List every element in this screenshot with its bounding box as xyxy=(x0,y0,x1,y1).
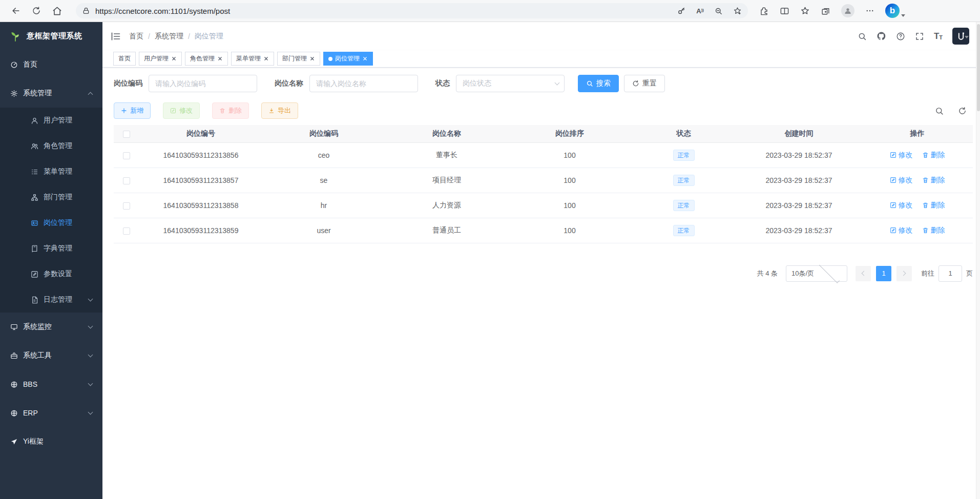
globe-icon xyxy=(10,381,18,388)
sidebar-item-dict-mgmt[interactable]: 字典管理 xyxy=(0,236,102,261)
address-bar[interactable]: https://ccnetcore.com:1101/system/post A… xyxy=(76,3,748,18)
tab-user-mgmt[interactable]: 用户管理 xyxy=(139,52,182,66)
post-table: 岗位编号 岗位编码 岗位名称 岗位排序 状态 创建时间 操作 164103059… xyxy=(114,125,973,243)
toggle-search-icon[interactable] xyxy=(935,107,944,115)
settings-ellipsis-icon[interactable] xyxy=(865,6,874,15)
row-delete-link[interactable]: 删除 xyxy=(922,201,945,210)
row-delete-link[interactable]: 删除 xyxy=(922,226,945,235)
refresh-table-icon[interactable] xyxy=(958,107,967,115)
sidebar-item-user-mgmt[interactable]: 用户管理 xyxy=(0,108,102,133)
sidebar-item-system-monitor[interactable]: 系统监控 xyxy=(0,313,102,341)
table-row[interactable]: 1641030593112313858 hr 人力资源 100 正常 2023-… xyxy=(114,193,973,218)
page-scrollbar[interactable] xyxy=(976,22,980,499)
next-page-button[interactable] xyxy=(896,266,912,281)
read-aloud-icon[interactable]: A)) xyxy=(696,7,704,15)
url-text[interactable]: https://ccnetcore.com:1101/system/post xyxy=(95,7,677,15)
sidebar-item-log-mgmt[interactable]: 日志管理 xyxy=(0,287,102,313)
sidebar-item-bbs[interactable]: BBS xyxy=(0,370,102,399)
copilot-bing-icon[interactable]: b xyxy=(885,4,900,18)
post-name-cell: 人力资源 xyxy=(385,193,508,218)
select-all-checkbox[interactable] xyxy=(123,131,130,138)
add-favorite-icon[interactable] xyxy=(733,7,742,15)
col-status: 状态 xyxy=(631,125,736,142)
sidebar-item-label: 用户管理 xyxy=(44,116,72,125)
zoom-out-icon[interactable] xyxy=(714,7,723,15)
page-size-select[interactable]: 10条/页 xyxy=(786,265,847,282)
row-delete-link[interactable]: 删除 xyxy=(922,176,945,185)
status-label: 状态 xyxy=(435,79,450,88)
row-edit-link[interactable]: 修改 xyxy=(890,151,913,160)
row-checkbox[interactable] xyxy=(123,177,130,184)
edit-icon xyxy=(890,152,896,158)
tab-role-mgmt[interactable]: 角色管理 xyxy=(185,52,228,66)
sidebar-item-system-tools[interactable]: 系统工具 xyxy=(0,341,102,370)
breadcrumb-system-mgmt[interactable]: 系统管理 xyxy=(155,32,183,41)
globe-icon xyxy=(10,409,18,417)
browser-back-button[interactable] xyxy=(7,2,25,19)
app-logo[interactable]: 意框架管理系统 xyxy=(0,22,102,50)
status-select[interactable]: 岗位状态 xyxy=(456,75,565,92)
post-code-input[interactable] xyxy=(149,75,257,92)
row-checkbox[interactable] xyxy=(123,152,130,159)
sidebar-item-menu-mgmt[interactable]: 菜单管理 xyxy=(0,159,102,184)
close-icon[interactable] xyxy=(362,56,368,61)
close-icon[interactable] xyxy=(309,56,315,61)
close-icon[interactable] xyxy=(171,56,177,61)
sidebar-item-dept-mgmt[interactable]: 部门管理 xyxy=(0,184,102,210)
post-code-cell: se xyxy=(262,168,385,193)
github-icon[interactable] xyxy=(877,31,886,41)
table-row[interactable]: 1641030593112313857 se 项目经理 100 正常 2023-… xyxy=(114,168,973,193)
post-sort-cell: 100 xyxy=(508,193,631,218)
browser-home-button[interactable] xyxy=(48,2,66,19)
sidebar-item-erp[interactable]: ERP xyxy=(0,399,102,427)
sidebar-item-system-mgmt[interactable]: 系统管理 xyxy=(0,79,102,108)
password-key-icon[interactable] xyxy=(677,7,686,15)
close-icon[interactable] xyxy=(263,56,269,61)
row-edit-link[interactable]: 修改 xyxy=(890,201,913,210)
export-button[interactable]: 导出 xyxy=(261,102,298,119)
split-screen-icon[interactable] xyxy=(780,6,789,16)
add-button[interactable]: 新增 xyxy=(114,102,151,119)
header-search-icon[interactable] xyxy=(858,32,867,41)
sidebar-item-yi-framework[interactable]: Yi框架 xyxy=(0,427,102,456)
sidebar-item-param-settings[interactable]: 参数设置 xyxy=(0,261,102,287)
tab-home[interactable]: 首页 xyxy=(113,52,136,66)
table-row[interactable]: 1641030593112313859 user 普通员工 100 正常 202… xyxy=(114,218,973,243)
tab-post-mgmt-active[interactable]: 岗位管理 xyxy=(323,52,373,66)
row-checkbox[interactable] xyxy=(123,227,130,235)
fullscreen-icon[interactable] xyxy=(915,32,924,41)
font-size-icon[interactable]: TT xyxy=(934,32,943,40)
prev-page-button[interactable] xyxy=(856,266,871,281)
collections-icon[interactable] xyxy=(821,6,830,16)
goto-page-input[interactable] xyxy=(939,265,962,282)
tab-dept-mgmt[interactable]: 部门管理 xyxy=(277,52,320,66)
browser-refresh-button[interactable] xyxy=(28,2,45,19)
avatar-caret-icon[interactable] xyxy=(965,36,969,38)
close-icon[interactable] xyxy=(217,56,223,61)
help-icon[interactable] xyxy=(896,32,905,41)
scrollbar-thumb[interactable] xyxy=(977,24,980,111)
sidebar-item-role-mgmt[interactable]: 角色管理 xyxy=(0,133,102,159)
sidebar-item-post-mgmt[interactable]: 岗位管理 xyxy=(0,210,102,236)
row-edit-link[interactable]: 修改 xyxy=(890,226,913,235)
edit-icon xyxy=(890,227,896,234)
delete-button-disabled[interactable]: 删除 xyxy=(212,102,249,119)
edit-button-disabled[interactable]: 修改 xyxy=(163,102,200,119)
sidebar-item-home[interactable]: 首页 xyxy=(0,50,102,79)
breadcrumb-home[interactable]: 首页 xyxy=(129,32,143,41)
row-edit-link[interactable]: 修改 xyxy=(890,176,913,185)
tab-menu-mgmt[interactable]: 菜单管理 xyxy=(231,52,274,66)
table-row[interactable]: 1641030593112313856 ceo 董事长 100 正常 2023-… xyxy=(114,142,973,168)
search-button[interactable]: 搜索 xyxy=(578,75,619,92)
reset-button[interactable]: 重置 xyxy=(624,75,665,92)
extensions-icon[interactable] xyxy=(759,6,769,16)
row-delete-link[interactable]: 删除 xyxy=(922,151,945,160)
row-checkbox[interactable] xyxy=(123,202,130,210)
profile-avatar[interactable] xyxy=(841,4,854,17)
sidebar-collapse-icon[interactable] xyxy=(111,31,121,41)
favorites-icon[interactable] xyxy=(800,6,810,16)
copilot-caret-icon[interactable] xyxy=(901,14,905,17)
page-number-current[interactable]: 1 xyxy=(876,266,891,281)
col-post-code: 岗位编码 xyxy=(262,125,385,142)
post-name-input[interactable] xyxy=(309,75,418,92)
